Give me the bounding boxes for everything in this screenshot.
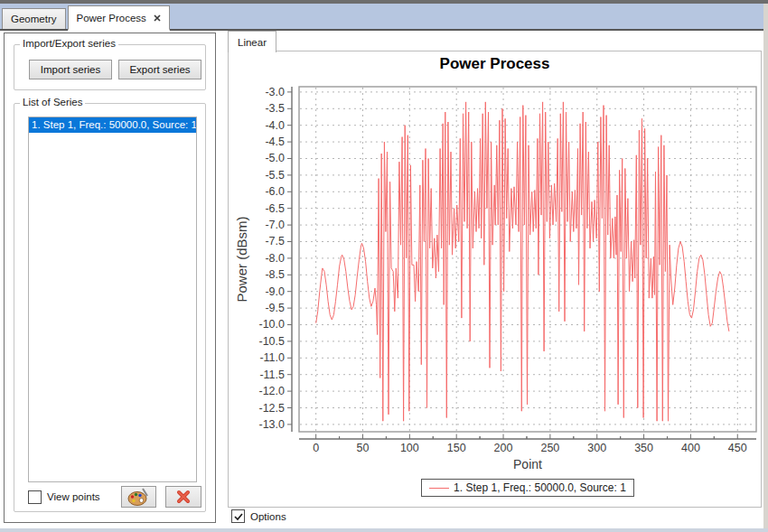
y-tick-label: -8.0 xyxy=(265,252,285,265)
legend-line-swatch xyxy=(429,488,449,489)
y-tick-label: -9.5 xyxy=(265,302,285,314)
x-tick-label: 50 xyxy=(357,442,370,454)
window-bottom-border xyxy=(0,528,768,532)
y-tick-label: -11.5 xyxy=(259,369,285,381)
x-tick-label: 400 xyxy=(681,442,700,454)
list-of-series-group-title: List of Series xyxy=(20,97,85,107)
y-tick-label: -10.0 xyxy=(259,318,286,331)
y-tick-label: -5.0 xyxy=(265,152,285,164)
tab-power-process[interactable]: Power Process xyxy=(68,5,170,31)
y-tick-label: -12.5 xyxy=(259,402,286,415)
import-series-button[interactable]: Import series xyxy=(29,60,112,79)
y-tick-label: -6.0 xyxy=(265,185,285,198)
plot-tab-widget: Linear Power Process 0501001502002503003… xyxy=(228,31,762,524)
x-tick-label: 300 xyxy=(587,442,606,454)
x-tick-label: 250 xyxy=(540,442,559,454)
legend-series-label: 1. Step 1, Freq.: 50000.0, Source: 1 xyxy=(454,481,626,494)
view-points-checkbox[interactable] xyxy=(28,490,42,504)
main-tab-bar: Geometry Power Process xyxy=(0,4,768,31)
close-icon[interactable] xyxy=(154,14,161,22)
x-tick-label: 200 xyxy=(494,442,513,454)
tab-linear-label: Linear xyxy=(238,37,267,48)
y-tick-label: -3.0 xyxy=(265,86,285,98)
import-export-group: Import/Export series Import series Expor… xyxy=(14,44,206,90)
view-points-label: View points xyxy=(47,491,100,502)
tab-power-process-label: Power Process xyxy=(77,13,146,23)
color-palette-button[interactable] xyxy=(121,486,157,508)
y-tick-label: -4.5 xyxy=(265,135,285,148)
plot-pane: Power Process 05010015020025030035040045… xyxy=(228,51,762,508)
y-tick-label: -3.5 xyxy=(265,102,285,115)
options-checkbox[interactable] xyxy=(231,509,245,523)
x-tick-label: 450 xyxy=(728,442,747,454)
x-tick-label: 0 xyxy=(313,442,319,454)
tab-geometry-label: Geometry xyxy=(11,14,57,24)
series-sidebar: Import/Export series Import series Expor… xyxy=(4,33,216,523)
export-series-button[interactable]: Export series xyxy=(118,60,201,79)
delete-series-button[interactable] xyxy=(165,486,201,508)
delete-x-icon xyxy=(175,489,192,505)
y-tick-label: -8.5 xyxy=(265,268,285,281)
list-of-series-group: List of Series 1. Step 1, Freq.: 50000.0… xyxy=(14,103,206,512)
x-axis-title: Point xyxy=(513,457,542,471)
import-export-group-title: Import/Export series xyxy=(20,38,118,49)
y-tick-label: -4.0 xyxy=(265,119,285,132)
y-tick-label: -7.0 xyxy=(265,219,285,231)
chart-legend: 1. Step 1, Freq.: 50000.0, Source: 1 xyxy=(421,479,634,497)
y-tick-label: -5.5 xyxy=(265,169,285,182)
check-icon xyxy=(234,512,243,521)
options-label: Options xyxy=(250,511,286,522)
list-item[interactable]: 1. Step 1, Freq.: 50000.0, Source: 1 xyxy=(29,117,196,133)
y-tick-label: -12.0 xyxy=(259,385,286,397)
y-tick-label: -9.0 xyxy=(265,285,285,298)
y-tick-label: -10.5 xyxy=(259,335,286,348)
y-tick-label: -11.0 xyxy=(259,351,285,364)
y-tick-label: -6.5 xyxy=(265,202,285,215)
y-tick-label: -13.0 xyxy=(259,418,286,431)
window-right-border xyxy=(763,4,768,532)
x-tick-label: 150 xyxy=(447,442,466,454)
palette-icon xyxy=(127,488,149,506)
x-tick-label: 350 xyxy=(634,442,653,454)
x-tick-label: 100 xyxy=(400,442,419,454)
series-list[interactable]: 1. Step 1, Freq.: 50000.0, Source: 1 xyxy=(28,117,197,482)
y-axis-title: Power (dBsm) xyxy=(234,216,249,302)
plot-svg: 050100150200250300350400450-3.0-3.5-4.0-… xyxy=(229,51,761,476)
tab-geometry[interactable]: Geometry xyxy=(2,8,66,29)
y-tick-label: -7.5 xyxy=(265,235,285,247)
tab-linear[interactable]: Linear xyxy=(228,31,276,52)
